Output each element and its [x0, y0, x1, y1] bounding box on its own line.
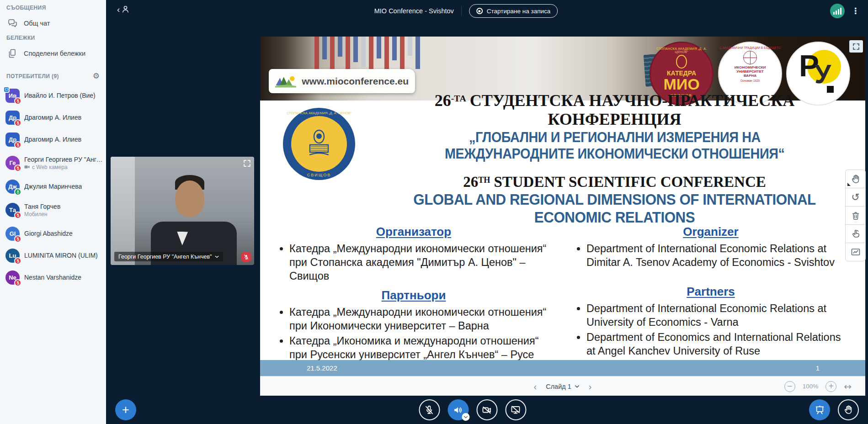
slide-select-dropdown[interactable]: Слайд 1 — [546, 383, 580, 390]
website-url: www.mioconference.eu — [302, 76, 409, 87]
bullet-item: Катедра „Международни икономически отнош… — [289, 305, 552, 333]
chat-icon — [7, 18, 17, 28]
avatar: Др — [5, 111, 20, 125]
fullscreen-icon — [852, 43, 860, 50]
tsenov-academy-logo: СТОПАНСКА АКАДЕМИЯ „Д. А. ЦЕНОВ“ СВИЩОВ — [283, 108, 355, 180]
conference-title-bg: 26-ТАСТУДЕНТСКА НАУЧНО-ПРАКТИЧЕСКА КОНФЕ… — [367, 91, 862, 129]
conference-subtitle-bg-line1: „ГЛОБАЛНИ И РЕГИОНАЛНИ ИЗМЕРЕНИЯ НА — [367, 129, 862, 146]
raise-hand-button[interactable] — [838, 399, 859, 420]
conference-subtitle-bg-line2: МЕЖДУНАРОДНИТЕ ИКОНОМИЧЕСКИ ОТНОШЕНИЯ“ — [367, 146, 862, 163]
presentation-fullscreen-button[interactable] — [849, 40, 863, 53]
audio-options-chevron[interactable] — [462, 413, 469, 421]
options-menu-button[interactable]: ⋮ — [852, 7, 860, 15]
user-name: Nestan Varshanidze — [24, 274, 81, 281]
user-name: Giorgi Abashidze — [24, 230, 73, 237]
actions-plus-button[interactable]: + — [115, 399, 136, 420]
mic-muted-badge — [14, 212, 21, 219]
start-recording-button[interactable]: Стартиране на записа — [469, 4, 558, 18]
chevron-down-icon — [215, 255, 219, 258]
messages-header: СЪОБЩЕНИЯ — [6, 5, 106, 11]
webcam-video-tile[interactable]: Георги Георгиев РУ "Ангел Кънчев" — [111, 157, 254, 265]
clear-annotations-button[interactable] — [845, 206, 866, 225]
user-list-item[interactable]: Др Драгомир А. Илиев — [0, 106, 106, 128]
webcam-icon — [24, 165, 30, 169]
whiteboard-slide[interactable]: www.mioconference.eu СТОПАНСКА АКАДЕМИЯ … — [260, 37, 865, 376]
partners-heading-bg: Партньори — [276, 288, 552, 302]
camera-off-icon — [481, 404, 493, 416]
speaker-icon — [453, 404, 464, 416]
sidebar-item-public-chat[interactable]: Общ чат — [7, 16, 106, 30]
hand-tool-icon — [850, 174, 861, 185]
toggle-user-list-button[interactable]: ‹ — [117, 5, 130, 14]
smart-slide-tool-button[interactable] — [845, 243, 866, 261]
public-chat-label: Общ чат — [24, 20, 50, 27]
notes-icon — [7, 48, 17, 58]
user-status: Мобилен — [24, 211, 60, 217]
webcam-fullscreen-button[interactable] — [243, 159, 251, 169]
user-list-item[interactable]: Ne Nestan Varshanidze — [0, 266, 106, 288]
divider — [461, 6, 462, 16]
zoom-level: 100% — [803, 383, 819, 390]
user-list-item[interactable]: Та Таня Горчев Мобилен — [0, 197, 106, 223]
user-list-item[interactable]: Lu LUMINITA MIRON (ULIM) — [0, 244, 106, 266]
mic-muted-badge — [14, 235, 21, 243]
sidebar-item-shared-notes[interactable]: Споделени бележки — [7, 47, 106, 60]
avatar: Ne — [5, 270, 20, 285]
webcam-user-name-dropdown[interactable]: Георги Георгиев РУ "Ангел Кънчев" — [114, 252, 223, 261]
user-name: Таня Горчев — [24, 203, 60, 210]
slide-body-columns: Организатор Катедра „Международни иконом… — [276, 225, 849, 363]
partners-heading-en: Partners — [573, 285, 849, 299]
avatar: Та — [5, 203, 20, 217]
avatar: Lu — [5, 249, 20, 263]
undo-annotation-button[interactable]: ↺ — [845, 188, 866, 207]
zoom-in-button[interactable]: + — [825, 381, 836, 392]
top-bar: ‹ MIO Conference - Svishtov Стартиране н… — [106, 0, 868, 22]
academy-emblem-icon — [307, 129, 331, 159]
user-list-item[interactable]: Др Драгомир А. Илиев — [0, 128, 106, 150]
conference-subtitle-en: GLOBAL AND REGIONAL DIMENSIONS OF INTERN… — [367, 191, 862, 227]
pointer-hand-icon — [850, 228, 861, 239]
connection-status-button[interactable] — [830, 4, 845, 18]
next-slide-button[interactable]: › — [589, 382, 592, 391]
pan-tool-button[interactable] — [845, 170, 866, 188]
avatar: Ге — [5, 156, 20, 170]
user-name: Георги Георгиев РУ "Ангел Кънч... — [24, 156, 103, 163]
chevron-left-icon: ‹ — [117, 5, 120, 14]
users-header: ПОТРЕБИТЕЛИ (9) — [6, 73, 59, 80]
audio-settings-button[interactable] — [447, 399, 469, 420]
chevron-down-icon — [463, 416, 468, 419]
mic-muted-badge — [14, 164, 21, 172]
video-background — [111, 157, 135, 265]
user-name: Драгомир А. Илиев — [24, 114, 81, 121]
multi-user-whiteboard-button[interactable] — [845, 224, 866, 243]
zoom-out-button[interactable]: − — [784, 381, 795, 392]
screen-share-off-icon — [510, 404, 522, 416]
slide-page-number: 1 — [816, 364, 820, 372]
presentation-board-icon — [814, 404, 825, 416]
share-screen-button[interactable] — [505, 399, 526, 420]
user-list-item[interactable]: Ге Георги Георгиев РУ "Ангел Кънч... с W… — [0, 150, 106, 175]
trash-icon — [851, 211, 861, 221]
presenter-badge — [3, 86, 10, 93]
action-bar: + — [106, 396, 868, 424]
manage-users-gear-icon[interactable]: ⚙ — [93, 72, 100, 80]
organizer-heading-bg: Организатор — [276, 225, 552, 239]
slide-footer-bar: 21.5.2022 1 — [260, 360, 865, 376]
user-list-item[interactable]: Ив Ивайло И. Петров (Вие) — [0, 85, 106, 106]
fullscreen-icon — [243, 159, 251, 167]
restore-presentation-button[interactable] — [809, 399, 830, 420]
slide-titles: 26-ТАСТУДЕНТСКА НАУЧНО-ПРАКТИЧЕСКА КОНФЕ… — [367, 91, 862, 227]
conference-title-en: 26THSTUDENT SCIENTIFIC CONFERENCE — [367, 174, 862, 191]
user-name: Джулия Маринчева — [24, 183, 82, 190]
unmute-microphone-button[interactable] — [419, 399, 440, 420]
presentation-area: www.mioconference.eu СТОПАНСКА АКАДЕМИЯ … — [260, 37, 865, 396]
avatar: GI — [5, 227, 20, 241]
previous-slide-button[interactable]: ‹ — [534, 382, 537, 391]
bullet-item: Department of International Economic Rel… — [586, 242, 849, 269]
user-list-item[interactable]: Дж Джулия Маринчева — [0, 175, 106, 197]
share-webcam-button[interactable] — [476, 399, 497, 420]
presentation-toolbar: ‹ Слайд 1 › − 100% + ↔ — [260, 376, 865, 396]
fit-to-width-button[interactable]: ↔ — [844, 382, 852, 391]
user-list-item[interactable]: GI Giorgi Abashidze — [0, 223, 106, 244]
chart-tool-icon — [850, 247, 861, 258]
